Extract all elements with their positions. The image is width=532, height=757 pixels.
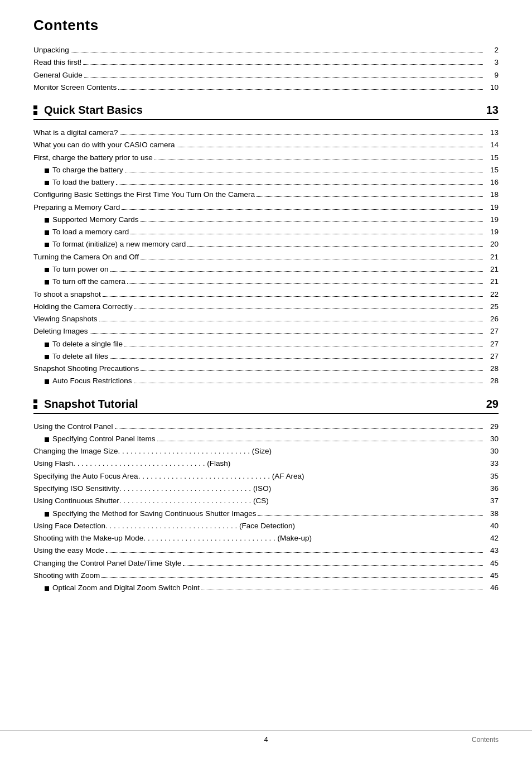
toc-label: Using the Control Panel [33, 421, 113, 433]
toc-page: 28 [485, 363, 499, 375]
toc-label: Changing the Control Panel Date/Time Sty… [33, 557, 181, 570]
toc-page: 45 [485, 557, 499, 570]
toc-page: 19 [485, 226, 499, 238]
toc-page: 26 [485, 313, 499, 325]
toc-entry: To load a memory card19 [33, 226, 499, 238]
toc-dots [116, 184, 483, 185]
toc-entry-read: Read this first! 3 [33, 56, 499, 69]
toc-label: To load a memory card [52, 226, 129, 238]
toc-entry: To charge the battery15 [33, 164, 499, 176]
toc-entry-guide: General Guide 9 [33, 69, 499, 81]
toc-page: 20 [485, 238, 499, 250]
bullet-icon [45, 343, 49, 347]
section1-toc: What is a digital camera?13What you can … [33, 127, 499, 388]
toc-dots [141, 221, 483, 222]
toc-suffix: . . . . . . . . . . . . . . . . . . . . … [119, 483, 271, 495]
toc-entry: Specifying the Method for Saving Continu… [33, 508, 499, 520]
toc-label: To load the battery [52, 176, 114, 189]
toc-page: 40 [485, 520, 499, 532]
toc-entry: Auto Focus Restrictions28 [33, 375, 499, 387]
toc-label: Optical Zoom and Digital Zoom Switch Poi… [52, 582, 200, 594]
toc-page: 27 [485, 338, 499, 350]
toc-dots [115, 428, 483, 429]
toc-suffix: . . . . . . . . . . . . . . . . . . . . … [119, 495, 269, 507]
toc-label: Using the easy Mode [33, 544, 104, 557]
toc-label: Monitor Screen Contents [33, 81, 117, 94]
section1-title-text: Quick Start Basics [44, 104, 143, 117]
bullet-icon [45, 355, 49, 359]
toc-page: 15 [485, 164, 499, 176]
toc-dots [141, 259, 483, 259]
toc-label: To charge the battery [52, 164, 123, 176]
bullet-icon [45, 218, 49, 223]
toc-page: 43 [485, 544, 499, 557]
section2-page: 29 [486, 398, 499, 411]
toc-page: 30 [485, 433, 499, 445]
toc-suffix: . . . . . . . . . . . . . . . . . . . . … [105, 520, 295, 532]
bullet-icon [45, 243, 49, 247]
toc-entry: To turn power on21 [33, 263, 499, 276]
toc-entry: Specifying the Auto Focus Area . . . . .… [33, 470, 499, 483]
toc-label: What you can do with your CASIO camera [33, 139, 175, 151]
toc-label: Changing the Image Size [33, 445, 118, 457]
toc-label: First, charge the battery prior to use [33, 152, 153, 164]
toc-page: 36 [485, 483, 499, 495]
toc-entry: Specifying Control Panel Items30 [33, 433, 499, 445]
toc-dots [258, 515, 483, 516]
toc-entry: Supported Memory Cards19 [33, 214, 499, 226]
toc-dots [183, 565, 483, 566]
toc-page: 21 [485, 251, 499, 263]
bullet-icon [45, 512, 49, 517]
toc-suffix: . . . . . . . . . . . . . . . . . . . . … [73, 457, 230, 470]
bullet-icon [45, 379, 49, 384]
toc-entry: To delete a single file27 [33, 338, 499, 350]
toc-page: 28 [485, 375, 499, 387]
toc-label: Holding the Camera Correctly [33, 301, 133, 313]
toc-suffix: . . . . . . . . . . . . . . . . . . . . … [143, 532, 312, 544]
toc-entry: To load the battery16 [33, 176, 499, 189]
toc-entry: Preparing a Memory Card19 [33, 201, 499, 214]
toc-label: Using Face Detection [33, 520, 105, 532]
toc-entry: Viewing Snapshots26 [33, 313, 499, 325]
toc-page: 18 [485, 189, 499, 201]
toc-label: Using Flash [33, 457, 73, 470]
toc-page: 27 [485, 325, 499, 337]
toc-entry: Using Face Detection . . . . . . . . . .… [33, 520, 499, 532]
section2-header: Snapshot Tutorial 29 [33, 398, 499, 414]
bullet-icon [45, 168, 49, 173]
toc-dots [71, 52, 483, 52]
toc-entry-unpacking: Unpacking 2 [33, 44, 499, 56]
toc-label: To turn off the camera [52, 276, 125, 288]
toc-page: 46 [485, 582, 499, 594]
toc-dots [177, 147, 483, 147]
toc-page: 35 [485, 470, 499, 483]
toc-dots [134, 383, 483, 383]
toc-dots [101, 577, 483, 578]
bullet-icon [45, 586, 49, 591]
toc-dots [187, 246, 483, 247]
bullet-icon [45, 181, 49, 185]
toc-dots [257, 196, 483, 197]
intro-toc: Unpacking 2 Read this first! 3 General G… [33, 44, 499, 94]
toc-entry: What you can do with your CASIO camera14 [33, 139, 499, 151]
toc-entry: Shooting with Zoom45 [33, 570, 499, 582]
toc-label: Viewing Snapshots [33, 313, 98, 325]
toc-page: 38 [485, 508, 499, 520]
toc-entry: Deleting Images27 [33, 325, 499, 337]
toc-label: General Guide [33, 69, 83, 81]
toc-dots [122, 209, 483, 210]
toc-page: 3 [485, 56, 499, 69]
section2-icon [33, 399, 37, 409]
toc-page: 37 [485, 495, 499, 507]
toc-dots [141, 370, 483, 371]
toc-dots [103, 296, 483, 297]
toc-label: To delete a single file [52, 338, 123, 350]
toc-entry: To delete all files27 [33, 350, 499, 363]
bullet-icon [45, 437, 49, 442]
toc-page: 16 [485, 176, 499, 189]
toc-entry: To shoot a snapshot22 [33, 288, 499, 301]
page-title: Contents [33, 17, 499, 34]
toc-label: Specifying the Auto Focus Area [33, 470, 138, 483]
toc-entry: Using Flash . . . . . . . . . . . . . . … [33, 457, 499, 470]
toc-label: Shooting with the Make-up Mode [33, 532, 143, 544]
